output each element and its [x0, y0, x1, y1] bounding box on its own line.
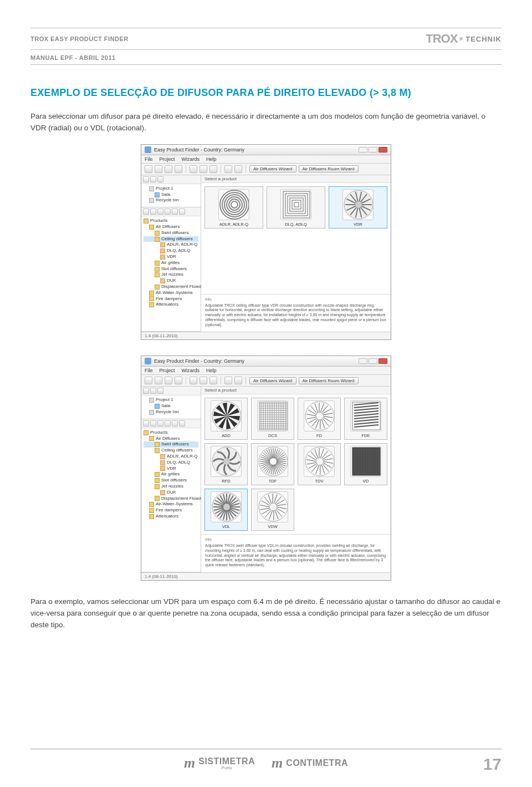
- tree-item[interactable]: Slot diffusers: [144, 478, 198, 484]
- tree-item[interactable]: Air-Water-Systems: [144, 290, 198, 296]
- diffuser-icon: [211, 491, 242, 522]
- tree-item[interactable]: Products: [144, 218, 198, 224]
- tree-item[interactable]: Air grilles: [144, 471, 198, 478]
- folder-icon: [160, 490, 165, 495]
- folder-icon: [160, 248, 165, 253]
- tree-item[interactable]: Recycle bin: [144, 197, 198, 204]
- product-card[interactable]: TDV: [298, 443, 341, 485]
- tree-item[interactable]: Project 1: [144, 186, 198, 192]
- tree-item[interactable]: DLQ, ADLQ: [144, 248, 198, 254]
- product-card[interactable]: VDR: [329, 186, 387, 229]
- tree-item[interactable]: DUK: [144, 490, 198, 496]
- tree-item[interactable]: VDR: [144, 254, 198, 260]
- svg-point-183: [259, 492, 288, 521]
- tree-item[interactable]: DUK: [144, 278, 198, 284]
- svg-point-27: [355, 201, 362, 208]
- tree-item[interactable]: Slot diffusers: [144, 266, 198, 272]
- window-controls[interactable]: [359, 358, 387, 364]
- product-card[interactable]: ADLR, ADLR-Q: [204, 186, 263, 229]
- product-card[interactable]: VDW: [251, 489, 294, 531]
- tree-item[interactable]: Project 1: [144, 397, 198, 403]
- product-card[interactable]: VDL: [204, 489, 248, 531]
- tree-item[interactable]: Air grilles: [144, 260, 198, 266]
- folder-icon: [155, 261, 160, 266]
- svg-rect-6: [283, 191, 310, 218]
- tree-item[interactable]: Recycle bin: [144, 409, 198, 415]
- wizard-btn-2[interactable]: Air Diffusers Room Wizard: [299, 377, 359, 384]
- product-card[interactable]: RFD: [204, 443, 248, 485]
- product-card[interactable]: DLQ, ADLQ: [267, 186, 325, 229]
- section-title: EXEMPLO DE SELECÇÃO DE DIFUSOR PARA PÉ D…: [30, 87, 502, 99]
- folder-icon: [149, 436, 154, 441]
- folder-icon: [155, 192, 160, 197]
- tree-item[interactable]: Sala.: [144, 192, 198, 198]
- tree-item[interactable]: Attenuators: [144, 514, 198, 520]
- menubar[interactable]: FileProjectWizardsHelp: [141, 367, 391, 375]
- tree-item[interactable]: ADLR, ADLR-Q: [144, 242, 198, 248]
- diffuser-icon: [257, 446, 288, 477]
- page-number: 17: [483, 755, 502, 774]
- svg-point-1: [222, 192, 247, 217]
- menubar[interactable]: FileProjectWizardsHelp: [141, 155, 391, 164]
- tree-item[interactable]: Sala.: [144, 403, 198, 409]
- tree-item[interactable]: Products: [144, 430, 198, 436]
- folder-icon: [149, 502, 154, 507]
- tree-item[interactable]: Displacement Flowdiffusers: [144, 284, 198, 290]
- product-card[interactable]: TDF: [251, 443, 294, 485]
- product-card[interactable]: FDE: [344, 398, 387, 440]
- tree-item[interactable]: Ceiling diffusers: [144, 236, 198, 242]
- wizard-btn-1[interactable]: Air Diffusers Wizard: [249, 165, 296, 172]
- folder-icon: [160, 454, 165, 459]
- wizard-btn-1[interactable]: Air Diffusers Wizard: [249, 377, 296, 384]
- tree-item[interactable]: Fire dampers: [144, 296, 198, 302]
- statusbar-version: 1.4 (08-11-2010): [145, 333, 178, 338]
- diffuser-icon: [304, 400, 335, 431]
- window-controls[interactable]: [359, 147, 387, 153]
- svg-point-182: [223, 504, 230, 510]
- folder-icon: [144, 430, 149, 435]
- statusbar-version: 1.4 (08-11-2010): [145, 574, 178, 579]
- toolbar[interactable]: Air Diffusers Wizard Air Diffusers Room …: [141, 375, 391, 387]
- folder-icon: [155, 496, 160, 501]
- tree-item[interactable]: Jet nozzles: [144, 272, 198, 278]
- info-text: Adjustable TROX ceiling diffuser type VD…: [205, 303, 387, 328]
- info-label: Info: [205, 297, 387, 302]
- product-card[interactable]: FD: [298, 398, 341, 440]
- diffuser-icon: [257, 491, 288, 522]
- folder-icon: [160, 242, 165, 247]
- tree-item[interactable]: Ceiling diffusers: [144, 448, 198, 454]
- header-brand: TROX® TECHNIK: [426, 32, 502, 46]
- tree-item[interactable]: Attenuators: [144, 302, 198, 308]
- folder-icon: [155, 478, 160, 483]
- tree-item[interactable]: DLQ, ADLQ: [144, 460, 198, 466]
- folder-icon: [155, 237, 160, 242]
- tree-item[interactable]: Swirl diffusers: [144, 441, 198, 448]
- folder-icon: [149, 514, 154, 519]
- select-product-label: Select a product: [201, 387, 391, 394]
- tree-item[interactable]: Air Diffusers: [144, 436, 198, 442]
- intro-paragraph: Para seleccionar um difusor para pé dire…: [30, 111, 502, 134]
- tree-item[interactable]: Fire dampers: [144, 507, 198, 514]
- tree-item[interactable]: Air-Water-Systems: [144, 501, 198, 507]
- svg-rect-8: [288, 196, 305, 214]
- product-card[interactable]: ADD: [204, 398, 248, 440]
- tree-item[interactable]: VDR: [144, 466, 198, 472]
- svg-point-122: [305, 447, 334, 476]
- wizard-btn-2[interactable]: Air Diffusers Room Wizard: [299, 165, 359, 172]
- toolbar[interactable]: Air Diffusers Wizard Air Diffusers Room …: [141, 164, 391, 175]
- tree-item[interactable]: Jet nozzles: [144, 484, 198, 490]
- folder-icon: [155, 442, 160, 447]
- folder-icon: [160, 466, 165, 471]
- folder-icon: [149, 198, 154, 203]
- folder-icon: [155, 448, 160, 453]
- tree-item[interactable]: Swirl diffusers: [144, 230, 198, 236]
- tree-item[interactable]: Air Diffusers: [144, 224, 198, 230]
- tree-item[interactable]: ADLR, ADLR-Q: [144, 454, 198, 460]
- screenshot-2: Easy Product Finder - Country: Germany F…: [141, 356, 391, 581]
- tree-item[interactable]: Displacement Flowdiffusers: [144, 496, 198, 502]
- diffuser-icon: [342, 189, 374, 220]
- footer-brand-1: m SISTIMETRAPorto: [184, 755, 255, 771]
- product-card[interactable]: VD: [344, 443, 387, 485]
- svg-rect-7: [285, 194, 308, 216]
- product-card[interactable]: DCS: [251, 398, 294, 440]
